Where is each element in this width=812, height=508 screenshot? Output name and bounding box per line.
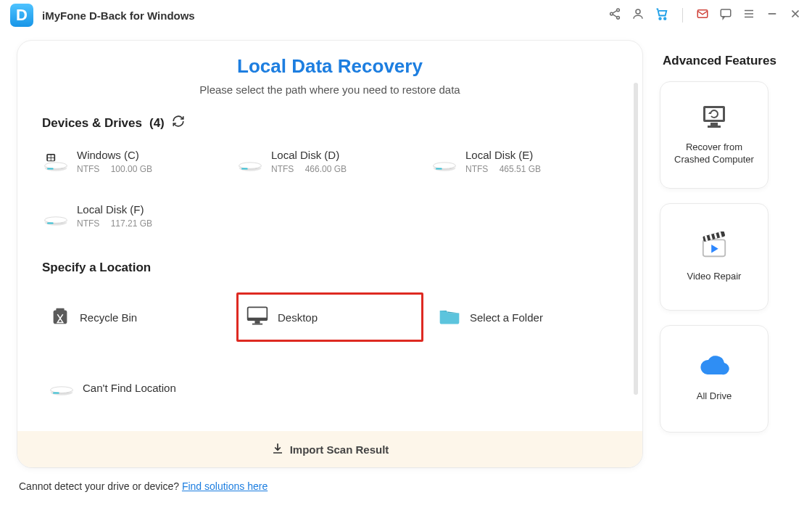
drive-name: Windows (C) [77, 149, 152, 161]
share-icon[interactable] [608, 7, 621, 23]
location-desktop[interactable]: Desktop [236, 292, 423, 342]
svg-rect-7 [721, 9, 731, 17]
drive-meta: NTFS 466.00 GB [271, 164, 347, 174]
disk-icon [238, 151, 262, 173]
close-icon[interactable] [789, 7, 802, 23]
disk-os-icon [44, 151, 68, 173]
devices-head-text: Devices & Drives [42, 116, 142, 131]
svg-point-21 [239, 162, 262, 168]
svg-rect-17 [51, 157, 54, 160]
app-logo: D [10, 4, 33, 27]
feature-recover-crashed[interactable]: Recover from Crashed Computer [660, 81, 768, 189]
drive-name: Local Disk (F) [77, 203, 152, 216]
feature-label: Recover from Crashed Computer [668, 142, 761, 166]
drive-local-f[interactable]: Local Disk (F) NTFS 117.21 GB [42, 200, 229, 232]
svg-rect-14 [48, 155, 51, 157]
user-icon[interactable] [631, 7, 645, 23]
import-scan-result[interactable]: Import Scan Result [17, 431, 642, 467]
location-name: Desktop [278, 311, 318, 324]
folder-icon [438, 306, 461, 329]
drive-meta: NTFS 117.21 GB [77, 218, 152, 229]
drive-grid: Windows (C) NTFS 100.00 GB Local Disk (D… [42, 146, 618, 232]
drive-windows-c[interactable]: Windows (C) NTFS 100.00 GB [42, 146, 229, 177]
cart-icon[interactable] [655, 7, 669, 24]
menu-icon[interactable] [742, 7, 755, 23]
page-subtitle: Please select the path where you need to… [42, 83, 618, 96]
feature-label: Video Repair [687, 271, 742, 283]
location-name: Can't Find Location [83, 382, 176, 394]
disk-icon [49, 375, 74, 400]
svg-point-0 [617, 9, 620, 12]
crashed-computer-icon [700, 104, 729, 133]
location-select-folder[interactable]: Select a Folder [431, 292, 618, 342]
recycle-bin-icon [49, 305, 71, 329]
drive-meta: NTFS 100.00 GB [77, 164, 152, 174]
svg-point-2 [617, 16, 620, 19]
video-repair-icon [699, 232, 729, 262]
svg-rect-15 [51, 155, 54, 157]
locations-grid: Recycle Bin Desktop Select a Folder [42, 292, 618, 410]
drive-name: Local Disk (E) [465, 149, 541, 161]
svg-point-5 [664, 17, 666, 19]
drive-name: Local Disk (D) [271, 149, 347, 161]
app-title: iMyFone D-Back for Windows [42, 9, 195, 22]
locations-header: Specify a Location [42, 261, 618, 275]
titlebar-icons [608, 7, 802, 24]
drive-meta: NTFS 465.51 GB [465, 164, 541, 174]
main-card: Local Data Recovery Please select the pa… [17, 41, 642, 467]
devices-header: Devices & Drives (4) [42, 115, 618, 131]
svg-rect-38 [252, 324, 262, 325]
footer: Cannot detect your drive or device? Find… [0, 472, 812, 492]
disk-icon [432, 151, 457, 173]
feature-label: All Drive [697, 390, 732, 403]
advanced-features-title: Advanced Features [660, 54, 784, 68]
svg-point-11 [45, 162, 67, 168]
separator [682, 8, 683, 22]
svg-rect-27 [436, 168, 442, 169]
devices-count: (4) [149, 116, 165, 131]
drive-local-d[interactable]: Local Disk (D) NTFS 466.00 GB [236, 146, 423, 177]
download-icon [271, 442, 284, 457]
refresh-icon[interactable] [172, 115, 185, 131]
svg-rect-16 [48, 157, 51, 160]
svg-point-26 [434, 162, 456, 168]
svg-rect-46 [710, 123, 718, 126]
titlebar: D iMyFone D-Back for Windows [0, 0, 812, 30]
svg-point-42 [51, 387, 73, 393]
minimize-icon[interactable] [766, 7, 779, 23]
scrollbar[interactable] [634, 83, 638, 395]
svg-rect-32 [47, 222, 54, 224]
svg-point-1 [610, 12, 613, 15]
footer-link[interactable]: Find solutions here [182, 480, 268, 492]
right-column: Advanced Features Recover from Crashed C… [660, 41, 784, 447]
logo-letter: D [16, 6, 28, 25]
cloud-icon [697, 356, 731, 382]
svg-point-3 [636, 9, 640, 14]
svg-point-4 [659, 17, 661, 19]
feature-all-drive[interactable]: All Drive [660, 325, 768, 433]
page-title: Local Data Recovery [42, 55, 618, 78]
svg-rect-36 [248, 318, 268, 321]
svg-rect-37 [254, 321, 260, 324]
drive-local-e[interactable]: Local Disk (E) NTFS 465.51 GB [431, 146, 618, 177]
svg-rect-47 [708, 126, 721, 128]
location-recycle-bin[interactable]: Recycle Bin [42, 292, 229, 342]
svg-rect-12 [47, 168, 54, 169]
svg-rect-22 [241, 168, 248, 169]
chat-icon[interactable] [719, 7, 732, 23]
desktop-icon [246, 305, 269, 329]
import-label: Import Scan Result [290, 443, 389, 456]
disk-icon [44, 205, 68, 227]
svg-rect-33 [54, 311, 67, 324]
location-name: Recycle Bin [80, 311, 137, 324]
svg-rect-34 [56, 308, 64, 311]
footer-text: Cannot detect your drive or device? [19, 480, 182, 492]
mail-icon[interactable] [696, 7, 709, 23]
location-name: Select a Folder [470, 311, 543, 324]
location-cant-find[interactable]: Can't Find Location [42, 365, 229, 410]
feature-video-repair[interactable]: Video Repair [660, 203, 768, 311]
svg-point-31 [45, 216, 67, 223]
svg-rect-43 [53, 393, 59, 394]
